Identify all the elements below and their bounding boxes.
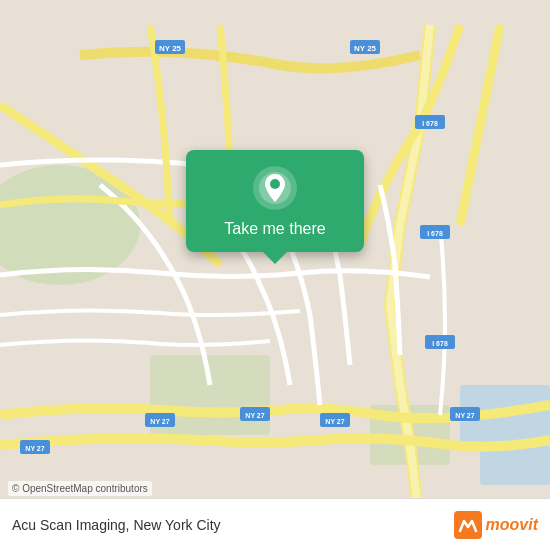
svg-text:NY 27: NY 27 <box>455 412 474 419</box>
location-pin-icon <box>253 166 297 210</box>
take-me-there-button[interactable]: Take me there <box>224 220 325 238</box>
moovit-logo-icon <box>454 511 482 539</box>
map-attribution: © OpenStreetMap contributors <box>8 481 152 496</box>
moovit-logo[interactable]: moovit <box>454 511 538 539</box>
moovit-logo-text: moovit <box>486 516 538 534</box>
svg-text:NY 25: NY 25 <box>159 44 182 53</box>
cta-card: Take me there <box>186 150 364 252</box>
svg-point-28 <box>270 179 280 189</box>
svg-text:I 678: I 678 <box>432 340 448 347</box>
svg-text:I 678: I 678 <box>427 230 443 237</box>
info-bar: Acu Scan Imaging, New York City moovit <box>0 498 550 550</box>
svg-text:NY 25: NY 25 <box>354 44 377 53</box>
svg-text:NY 27: NY 27 <box>245 412 264 419</box>
map-background: NY 25 NY 25 I 678 I 678 I 678 NY 27 NY 2… <box>0 0 550 550</box>
svg-text:NY 27: NY 27 <box>150 418 169 425</box>
map-container: NY 25 NY 25 I 678 I 678 I 678 NY 27 NY 2… <box>0 0 550 550</box>
location-title: Acu Scan Imaging, New York City <box>12 517 221 533</box>
svg-text:I 678: I 678 <box>422 120 438 127</box>
svg-text:NY 27: NY 27 <box>325 418 344 425</box>
svg-text:NY 27: NY 27 <box>25 445 44 452</box>
